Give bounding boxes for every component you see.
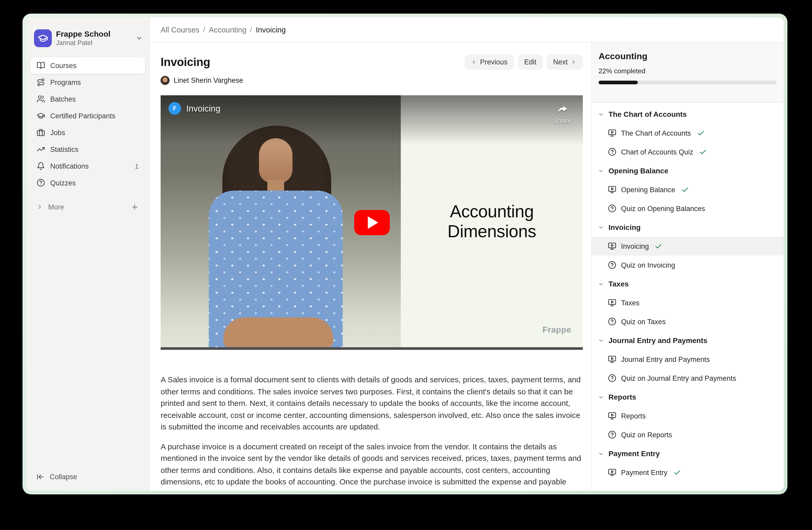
sidebar-item-label: Batches	[50, 95, 76, 103]
school-switcher[interactable]: Frappe School Jannat Patel	[34, 29, 143, 47]
video-lesson-icon	[608, 468, 616, 477]
chevron-down-icon	[598, 281, 604, 287]
previous-label: Previous	[480, 58, 508, 66]
video-player[interactable]: Accounting Dimensions Frappe Invoicing	[161, 95, 583, 350]
frappe-school-logo	[34, 29, 52, 47]
chapter-title: Invoicing	[608, 223, 641, 232]
sidebar-item-batches[interactable]: Batches	[30, 90, 145, 107]
next-button[interactable]: Next	[547, 54, 583, 70]
share-icon	[555, 103, 569, 116]
lesson-body-text: A Sales invoice is a formal document sen…	[161, 374, 583, 488]
chevron-down-icon	[598, 224, 604, 230]
sidebar-item-statistics[interactable]: Statistics	[30, 141, 145, 158]
sidebar: Frappe School Jannat Patel Courses Progr…	[26, 17, 150, 491]
sidebar-item-certified-participants[interactable]: Certified Participants	[30, 107, 145, 124]
lesson-paragraph: A Sales invoice is a formal document sen…	[161, 374, 583, 433]
outline-lesson[interactable]: Opening Balance	[592, 180, 784, 199]
quiz-icon	[608, 431, 616, 439]
user-name: Jannat Patel	[56, 40, 111, 47]
outline-lesson[interactable]: Taxes	[592, 293, 784, 312]
outline-lesson[interactable]: Quiz on Journal Entry and Payments	[592, 369, 784, 388]
video-overlay-title[interactable]: Invoicing	[169, 102, 220, 115]
quiz-icon	[608, 317, 616, 326]
outline-lesson[interactable]: Journal Entry and Payments	[592, 350, 784, 369]
sidebar-collapse-button[interactable]: Collapse	[30, 469, 84, 485]
chapter-row[interactable]: Invoicing	[592, 218, 784, 237]
outline-chapter: Payment Entry Payment Entry	[592, 444, 784, 482]
video-lesson-icon	[608, 298, 616, 307]
chapter-row[interactable]: Reports	[592, 388, 784, 406]
school-switcher-text: Frappe School Jannat Patel	[56, 29, 111, 47]
edit-button[interactable]: Edit	[518, 54, 543, 70]
outline-list: The Chart of Accounts The Chart of Accou…	[592, 103, 784, 491]
next-label: Next	[553, 58, 568, 66]
video-lesson-icon	[608, 412, 616, 420]
school-name: Frappe School	[56, 29, 111, 39]
plus-icon[interactable]	[131, 203, 139, 211]
breadcrumb-accounting[interactable]: Accounting	[209, 25, 246, 34]
desk-edge	[161, 347, 583, 350]
lesson-label: Invoicing	[621, 242, 649, 250]
lesson-content: Invoicing Previous Edit Next	[150, 42, 591, 491]
lesson-label: Quiz on Taxes	[621, 318, 666, 325]
frappe-watermark: Frappe	[542, 325, 571, 335]
lesson-label: Quiz on Opening Balances	[621, 205, 705, 212]
graduation-cap-icon	[38, 33, 48, 43]
video-lesson-icon	[608, 242, 616, 250]
progress-text: 22% completed	[598, 67, 777, 75]
outline-lesson[interactable]: Payment Entry	[592, 463, 784, 482]
edit-label: Edit	[524, 58, 537, 66]
chevron-right-icon	[571, 59, 577, 65]
outline-lesson[interactable]: Chart of Accounts Quiz	[592, 142, 784, 161]
sidebar-item-quizzes[interactable]: Quizzes	[30, 175, 145, 191]
slide-title-line1: Accounting	[401, 201, 583, 222]
chapter-title: Taxes	[608, 280, 629, 288]
chevron-right-icon	[37, 204, 43, 210]
outline-lesson[interactable]: Reports	[592, 406, 784, 425]
lesson-label: Quiz on Reports	[621, 431, 672, 438]
chapter-row[interactable]: Opening Balance	[592, 161, 784, 180]
sidebar-item-programs[interactable]: Programs	[30, 74, 145, 90]
chapter-row[interactable]: Journal Entry and Payments	[592, 331, 784, 350]
trending-up-icon	[37, 145, 45, 153]
breadcrumb-all-courses[interactable]: All Courses	[161, 25, 199, 34]
outline-lesson[interactable]: Quiz on Opening Balances	[592, 199, 784, 218]
sidebar-item-jobs[interactable]: Jobs	[30, 124, 145, 141]
lesson-label: Chart of Accounts Quiz	[621, 148, 693, 156]
chevron-down-icon	[598, 451, 604, 457]
collapse-sidebar-icon	[37, 473, 44, 480]
chapter-row[interactable]: Taxes	[592, 275, 784, 293]
quiz-icon	[608, 204, 616, 213]
presenter-face	[259, 138, 292, 183]
outline-lesson[interactable]: Quiz on Invoicing	[592, 255, 784, 275]
outline-lesson[interactable]: Quiz on Taxes	[592, 312, 784, 331]
previous-button[interactable]: Previous	[465, 54, 514, 70]
app-window: Frappe School Jannat Patel Courses Progr…	[26, 17, 784, 491]
outline-lesson-active[interactable]: Invoicing	[592, 237, 784, 255]
chapter-title: Payment Entry	[608, 449, 660, 458]
quiz-icon	[608, 261, 616, 269]
briefcase-icon	[37, 128, 45, 137]
chapter-row[interactable]: Payment Entry	[592, 444, 784, 463]
help-circle-icon	[37, 179, 45, 187]
quiz-icon	[608, 148, 616, 156]
outline-lesson[interactable]: The Chart of Accounts	[592, 124, 784, 142]
progress-fill	[598, 81, 638, 84]
chevron-down-icon	[598, 168, 604, 173]
check-icon	[681, 186, 689, 194]
page-title: Invoicing	[161, 55, 210, 69]
course-outline-panel: Accounting 22% completed The Chart of Ac…	[591, 42, 784, 491]
share-button[interactable]: Share	[553, 103, 571, 125]
sidebar-item-notifications[interactable]: Notifications 1	[30, 158, 145, 175]
progress-bar	[598, 81, 777, 84]
sidebar-item-label: Notifications	[50, 162, 89, 170]
chapter-row[interactable]: The Chart of Accounts	[592, 105, 784, 124]
sidebar-item-courses[interactable]: Courses	[30, 57, 145, 74]
lesson-label: Quiz on Invoicing	[621, 261, 675, 269]
author-name: Linet Sherin Varghese	[174, 76, 243, 84]
play-button[interactable]	[354, 210, 390, 235]
chapter-title: Reports	[608, 393, 636, 401]
outline-lesson[interactable]: Quiz on Reports	[592, 425, 784, 444]
sidebar-item-more[interactable]: More	[30, 198, 145, 215]
lesson-header: Invoicing Previous Edit Next	[161, 54, 583, 70]
